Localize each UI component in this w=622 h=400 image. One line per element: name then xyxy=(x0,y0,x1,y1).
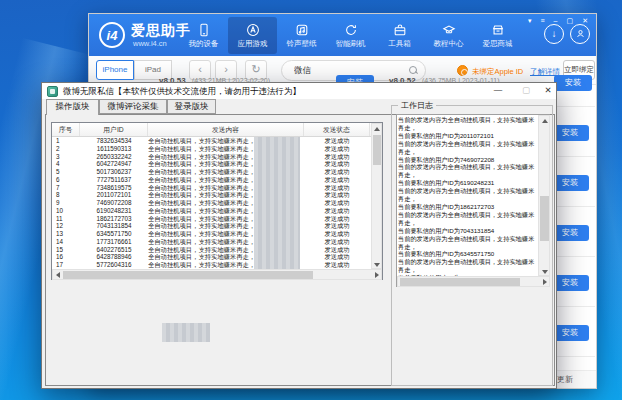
table-row[interactable]: 136345571750全自动挂机项目，支持实地赚米再走，发送成功 xyxy=(52,230,372,238)
tab-comment-collection[interactable]: 微博评论采集 xyxy=(99,99,167,114)
table-row[interactable]: 17832634534全自动挂机项目，支持实地赚米再走，发送成功 xyxy=(52,137,372,145)
menu-icon[interactable]: ≡ xyxy=(541,16,545,25)
table-cell: 发送成功 xyxy=(304,207,370,215)
table-row[interactable]: 166428788946全自动挂机项目，支持实地赚米再走，发送成功 xyxy=(52,253,372,261)
dialog-minimize-button[interactable]: — xyxy=(486,83,510,99)
nav-ringtones-wallpapers[interactable]: 铃声壁纸 xyxy=(277,17,326,54)
table-row[interactable]: 32650332242全自动挂机项目，支持实地赚米再走，发送成功 xyxy=(52,153,372,161)
table-row[interactable]: 111862172703全自动挂机项目，支持实地赚米再走，发送成功 xyxy=(52,215,372,223)
table-cell: 16 xyxy=(52,253,80,261)
work-log-textarea[interactable]: 当前的发送内容为全自动挂机项目，支持实地赚米再走，当前要私信的用户ID为2011… xyxy=(396,114,550,287)
table-row[interactable]: 77348619575全自动挂机项目，支持实地赚米再走，发送成功 xyxy=(52,184,372,192)
table-vscrollbar[interactable] xyxy=(371,123,382,269)
table-cell: 6428788946 xyxy=(80,253,148,261)
log-line: 当前要私信的用户ID为6345571750 xyxy=(398,250,537,258)
log-line: 当前要私信的用户ID为7469072208 xyxy=(398,156,537,164)
nav-smart-flash[interactable]: 智能刷机 xyxy=(326,17,375,54)
log-content: 当前的发送内容为全自动挂机项目，支持实地赚米再走，当前要私信的用户ID为2011… xyxy=(398,116,537,276)
table-cell: 发送成功 xyxy=(304,191,370,199)
work-log-groupbox: 工作日志 当前的发送内容为全自动挂机项目，支持实地赚米再走，当前要私信的用户ID… xyxy=(391,105,553,386)
nav-label: 应用游戏 xyxy=(238,39,268,49)
table-row[interactable]: 82011072101全自动挂机项目，支持实地赚米再走，发送成功 xyxy=(52,191,372,199)
table-body: 17832634534全自动挂机项目，支持实地赚米再走，发送成功21611590… xyxy=(52,137,372,269)
nav-toolbox[interactable]: 工具箱 xyxy=(375,17,424,54)
table-cell: 7348619575 xyxy=(80,184,148,192)
table-cell: 5 xyxy=(52,168,80,176)
log-line: 当前的发送内容为全自动挂机项目，支持实地赚米再走， xyxy=(398,235,537,251)
log-vscrollbar[interactable] xyxy=(538,115,550,276)
col-send-content[interactable]: 发送内容 xyxy=(148,123,304,136)
table-cell: 发送成功 xyxy=(304,199,370,207)
install-button[interactable]: 安装 xyxy=(554,75,592,91)
table-row[interactable]: 46042724947全自动挂机项目，支持实地赚米再走，发送成功 xyxy=(52,160,372,168)
log-line: 当前的发送内容为全自动挂机项目，支持实地赚米再走， xyxy=(398,187,537,203)
redaction-blur xyxy=(254,137,300,269)
nav-tutorial-center[interactable]: 教程中心 xyxy=(424,17,473,54)
table-cell: 6402276515 xyxy=(80,246,148,254)
table-cell: 11 xyxy=(52,215,80,223)
appstore-icon xyxy=(246,23,260,37)
table-hscrollbar[interactable] xyxy=(52,269,382,280)
scroll-up-icon[interactable] xyxy=(542,119,548,123)
nav-apps-games[interactable]: 应用游戏 xyxy=(228,17,277,54)
nav-my-devices[interactable]: 我的设备 xyxy=(179,17,228,54)
app-header: ▾ ≡ – ▢ ✕ i4 爱思助手 www.i4.cn 我的设备 应用游戏 xyxy=(89,14,596,56)
scroll-up-icon[interactable] xyxy=(374,127,380,131)
table-row[interactable]: 55017306237全自动挂机项目，支持实地赚米再走，发送成功 xyxy=(52,168,372,176)
table-row[interactable]: 97469072208全自动挂机项目，支持实地赚米再走，发送成功 xyxy=(52,199,372,207)
table-cell: 10 xyxy=(52,207,80,215)
table-row[interactable]: 141773176661全自动挂机项目，支持实地赚米再走，发送成功 xyxy=(52,238,372,246)
download-manager-icon[interactable]: ↓ xyxy=(544,24,564,44)
table-cell: 12 xyxy=(52,222,80,230)
scroll-down-icon[interactable] xyxy=(374,263,380,267)
table-row[interactable]: 106190248231全自动挂机项目，支持实地赚米再走，发送成功 xyxy=(52,207,372,215)
scroll-right-icon[interactable] xyxy=(375,272,379,278)
tab-iphone[interactable]: iPhone xyxy=(96,60,134,80)
send-results-table: 序号 用户ID 发送内容 发送状态 17832634534全自动挂机项目，支持实… xyxy=(51,122,383,280)
nav-i4-mall[interactable]: 爱思商城 xyxy=(473,17,522,54)
scroll-down-icon[interactable] xyxy=(542,270,548,274)
dialog-close-button[interactable]: ✕ xyxy=(540,83,556,99)
redaction-blur xyxy=(162,323,210,342)
scroll-left-icon[interactable] xyxy=(56,272,60,278)
dialog-app-icon xyxy=(47,86,58,97)
theme-icon[interactable]: ▾ xyxy=(528,16,532,25)
table-row[interactable]: 127043131854全自动挂机项目，支持实地赚米再走，发送成功 xyxy=(52,222,372,230)
dialog-maximize-button[interactable]: ▢ xyxy=(514,83,538,99)
table-row[interactable]: 67727511637全自动挂机项目，支持实地赚米再走，发送成功 xyxy=(52,176,372,184)
col-user-id[interactable]: 用户ID xyxy=(80,123,148,136)
scroll-right-icon[interactable] xyxy=(543,279,547,285)
user-account-icon[interactable] xyxy=(570,24,590,44)
log-hscrollbar[interactable] xyxy=(397,276,550,287)
scroll-thumb[interactable] xyxy=(540,196,549,241)
tab-login[interactable]: 登录版块 xyxy=(167,99,216,114)
log-line: 当前要私信的用户ID为1862172703 xyxy=(398,203,537,211)
col-no[interactable]: 序号 xyxy=(52,123,80,136)
scroll-thumb[interactable] xyxy=(373,135,381,165)
graduation-cap-icon xyxy=(442,23,456,37)
search-icon[interactable] xyxy=(409,66,417,74)
table-row[interactable]: 21611590313全自动挂机项目，支持实地赚米再走，发送成功 xyxy=(52,145,372,153)
table-cell: 发送成功 xyxy=(304,253,370,261)
table-cell: 13 xyxy=(52,230,80,238)
table-cell: 1862172703 xyxy=(80,215,148,223)
tab-operation[interactable]: 操作版块 xyxy=(46,99,99,115)
maximize-button[interactable]: ▢ xyxy=(567,16,574,25)
table-cell: 15 xyxy=(52,246,80,254)
table-cell: 1611590313 xyxy=(80,145,148,153)
log-line: 当前要私信的用户ID为7043131854 xyxy=(398,227,537,235)
table-cell: 发送成功 xyxy=(304,238,370,246)
scroll-thumb[interactable] xyxy=(63,271,313,279)
col-send-status[interactable]: 发送状态 xyxy=(304,123,370,136)
weibo-dm-dialog: 微博无限私信【本软件仅供技术交流使用，请勿用于违法行为】 — ▢ ✕ 操作版块 … xyxy=(41,82,557,389)
table-row[interactable]: 175772604316全自动挂机项目，支持实地赚米再走，发送成功 xyxy=(52,261,372,269)
table-cell: 发送成功 xyxy=(304,184,370,192)
person-icon xyxy=(575,28,586,39)
dialog-titlebar: 微博无限私信【本软件仅供技术交流使用，请勿用于违法行为】 — ▢ ✕ xyxy=(42,83,556,99)
nav-label: 智能刷机 xyxy=(336,39,366,49)
main-nav: 我的设备 应用游戏 铃声壁纸 智能刷机 工具箱 xyxy=(179,17,522,54)
apple-id-icon xyxy=(457,65,468,76)
scroll-thumb[interactable] xyxy=(400,278,520,286)
table-row[interactable]: 156402276515全自动挂机项目，支持实地赚米再走，发送成功 xyxy=(52,246,372,254)
table-cell: 6 xyxy=(52,176,80,184)
